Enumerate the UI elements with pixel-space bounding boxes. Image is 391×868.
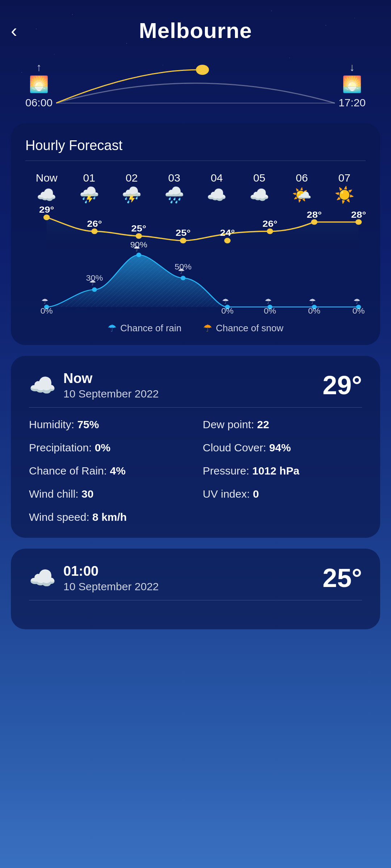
svg-text:☂: ☂ (309, 297, 316, 305)
cloud-cover-label: Cloud Cover: (203, 442, 266, 454)
hour-01: 01 ⛈️ (68, 172, 111, 203)
hour-02: 02 ⛈️ (110, 172, 153, 203)
now-detail-grid: Humidity: 75% Dew point: 22 Precipitatio… (29, 418, 362, 523)
hour-04: 04 ☁️ (196, 172, 238, 203)
hour-01-label: 01 (83, 172, 95, 184)
hour01-card-header: ☁️ 01:00 10 September 2022 25° (29, 563, 362, 593)
sunrise-icon: 🌅 (29, 75, 49, 94)
now-time-label: Now (63, 371, 159, 386)
dew-point-item: Dew point: 22 (203, 418, 362, 431)
humidity-label: Humidity: (29, 418, 74, 430)
chance-rain-item: Chance of Rain: 4% (29, 465, 188, 477)
hourly-forecast-card: Hourly Forecast Now ☁️ 01 ⛈️ 02 ⛈️ 03 🌧️… (11, 123, 380, 345)
svg-point-3 (91, 229, 98, 234)
dew-point-label: Dew point: (203, 418, 254, 430)
svg-text:25°: 25° (176, 228, 190, 238)
hour-05-icon: ☁️ (249, 187, 269, 203)
svg-text:0%: 0% (308, 307, 320, 315)
sunset-arrow-icon: ↓ (349, 61, 355, 73)
svg-text:☂: ☂ (222, 297, 229, 305)
svg-text:28°: 28° (307, 210, 321, 219)
hour-06: 06 🌤️ (281, 172, 323, 203)
rain-legend-icon: ☂ (108, 322, 117, 334)
city-name: Melbourne (139, 18, 252, 43)
svg-text:☂: ☂ (353, 297, 361, 305)
svg-text:24°: 24° (220, 228, 235, 238)
chance-rain-label: Chance of Rain: (29, 465, 107, 477)
hourly-labels-row: Now ☁️ 01 ⛈️ 02 ⛈️ 03 🌧️ 04 ☁️ 05 ☁️ (25, 172, 366, 203)
hour-now: Now ☁️ (25, 172, 68, 203)
hour-03-icon: 🌧️ (164, 187, 184, 203)
precipitation-value: 0% (95, 442, 110, 454)
rain-legend: ☂ Chance of rain ☂ Chance of snow (25, 322, 366, 334)
header: ‹ Melbourne (11, 0, 380, 54)
sunset-info: ↓ 🌅 17:20 (339, 61, 366, 109)
hour01-weather-icon: ☁️ (29, 565, 56, 591)
svg-text:0%: 0% (221, 307, 234, 315)
svg-text:28°: 28° (351, 210, 366, 219)
hourly-forecast-title: Hourly Forecast (25, 138, 366, 153)
uv-index-value: 0 (253, 488, 259, 500)
cloud-cover-value: 94% (269, 442, 291, 454)
hour-03: 03 🌧️ (153, 172, 196, 203)
svg-point-22 (181, 276, 186, 280)
hour-05-label: 05 (253, 172, 265, 184)
snow-legend-item: ☂ Chance of snow (203, 322, 283, 334)
hour-now-label: Now (36, 172, 58, 184)
precipitation-item: Precipitation: 0% (29, 442, 188, 454)
hour-01-icon: ⛈️ (79, 187, 99, 203)
svg-text:50%: 50% (175, 263, 192, 271)
snow-legend-label: Chance of snow (216, 323, 283, 334)
svg-text:0%: 0% (264, 307, 276, 315)
hour-06-icon: 🌤️ (292, 187, 312, 203)
svg-point-6 (224, 238, 231, 243)
hour-02-icon: ⛈️ (122, 187, 142, 203)
snow-legend-icon: ☂ (203, 322, 212, 334)
sun-arc-section: ↑ 🌅 06:00 ↓ (11, 54, 380, 123)
svg-text:30%: 30% (86, 274, 103, 282)
svg-point-4 (136, 233, 142, 239)
dew-point-value: 22 (257, 418, 269, 430)
chance-rain-value: 4% (110, 465, 125, 477)
svg-text:0%: 0% (352, 307, 365, 315)
wind-chill-label: Wind chill: (29, 488, 79, 500)
svg-text:☂: ☂ (41, 297, 49, 305)
svg-point-21 (136, 253, 141, 257)
sunset-time: 17:20 (339, 97, 366, 109)
svg-text:26°: 26° (262, 219, 277, 228)
wind-speed-item: Wind speed: 8 km/h (29, 511, 362, 523)
rain-chart: ☂ 0% ☂ 30% ☂ 90% ☂ 50% ☂ 0% ☂ 0% ☂ 0% (25, 257, 366, 315)
rain-legend-item: ☂ Chance of rain (108, 322, 181, 334)
hour01-card-left: ☁️ 01:00 10 September 2022 (29, 563, 159, 593)
wind-chill-item: Wind chill: 30 (29, 488, 188, 500)
hour-02-label: 02 (126, 172, 138, 184)
svg-text:29°: 29° (39, 205, 54, 214)
sunset-icon: 🌅 (342, 75, 362, 94)
sun-arc-chart (56, 63, 335, 107)
svg-point-1 (196, 65, 209, 75)
svg-text:0%: 0% (41, 307, 53, 315)
pressure-label: Pressure: (203, 465, 249, 477)
now-temperature: 29° (323, 370, 362, 400)
now-card-left: ☁️ Now 10 September 2022 (29, 371, 159, 400)
svg-text:25°: 25° (131, 224, 146, 233)
svg-point-5 (180, 238, 186, 243)
hour-07-icon: ☀️ (335, 187, 354, 203)
forecast-divider (25, 161, 366, 161)
hour-now-icon: ☁️ (37, 187, 56, 203)
pressure-value: 1012 hPa (252, 465, 299, 477)
wind-speed-label: Wind speed: (29, 511, 89, 523)
now-divider (29, 407, 362, 408)
pressure-item: Pressure: 1012 hPa (203, 465, 362, 477)
svg-text:90%: 90% (130, 241, 147, 249)
svg-point-9 (356, 219, 362, 225)
hour-03-label: 03 (168, 172, 180, 184)
now-card-header: ☁️ Now 10 September 2022 29° (29, 370, 362, 400)
sunrise-time: 06:00 (25, 97, 52, 109)
hour-07: 07 ☀️ (323, 172, 366, 203)
back-button[interactable]: ‹ (11, 21, 17, 40)
svg-point-20 (92, 288, 97, 292)
hour01-time-info: 01:00 10 September 2022 (63, 563, 159, 593)
now-weather-icon: ☁️ (29, 373, 56, 398)
uv-index-label: UV index: (203, 488, 250, 500)
